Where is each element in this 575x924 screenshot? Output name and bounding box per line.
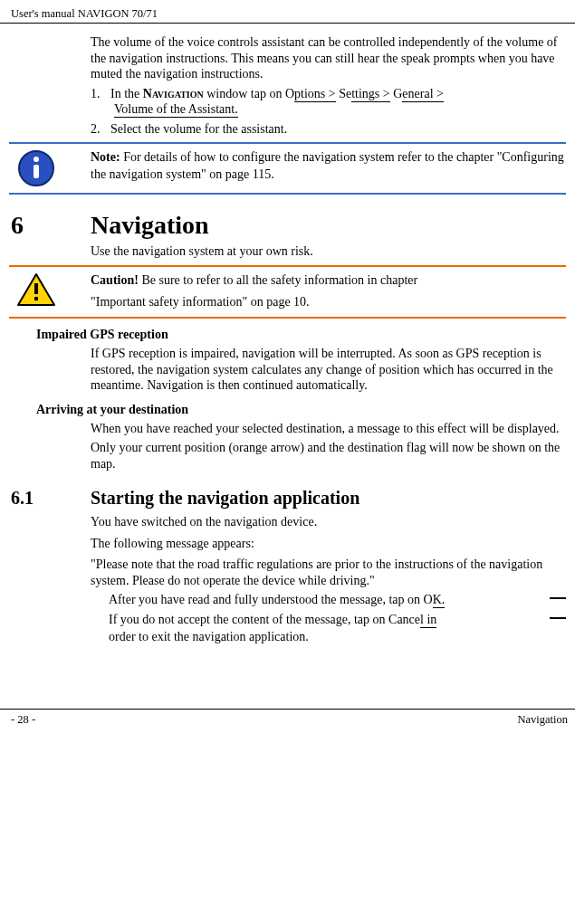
section-p1: You have switched on the navigation devi… <box>91 514 568 530</box>
note-callout: Note: For details of how to configure th… <box>9 149 566 187</box>
section-title: Starting the navigation application <box>91 488 359 508</box>
chapter-heading: 6Navigation <box>11 211 575 240</box>
note-label: Note: <box>91 150 120 164</box>
svg-rect-5 <box>34 297 38 300</box>
page-header: User's manual NAVIGON 70/71 <box>0 7 575 24</box>
arrive-p1: When you have reached your selected dest… <box>91 421 568 437</box>
gps-subhead: Impaired GPS reception <box>36 328 568 342</box>
general-link[interactable]: eneral > <box>402 87 444 102</box>
svg-point-1 <box>34 157 39 162</box>
divider <box>9 193 566 195</box>
section-heading: 6.1Starting the navigation application <box>11 488 575 509</box>
divider <box>9 317 566 319</box>
divider <box>9 142 566 144</box>
caution-icon <box>9 272 63 307</box>
action-ok: After you have read and fully understood… <box>109 592 566 608</box>
manual-title: User's manual NAVIGON 70/71 <box>11 7 158 20</box>
caution-callout: Caution! Be sure to refer to all the saf… <box>9 272 566 312</box>
note-text: For details of how to configure the navi… <box>91 150 564 181</box>
intro-steps: 1.In the Navigation window tap on Option… <box>91 86 568 138</box>
action-list: After you have read and fully understood… <box>109 592 566 645</box>
cancel-button-ref[interactable]: l in <box>420 613 436 628</box>
arrive-subhead: Arriving at your destination <box>36 403 568 417</box>
settings-link[interactable]: ttings > <box>351 87 390 102</box>
chapter-number: 6 <box>11 211 91 240</box>
divider <box>9 265 566 267</box>
intro-paragraph: The volume of the voice controls assista… <box>91 34 568 82</box>
step-2: 2.Select the volume for the assistant. <box>91 121 568 138</box>
section-p3: "Please note that the road traffic regul… <box>91 557 568 588</box>
action-cancel: If you do not accept the content of the … <box>109 612 566 644</box>
list-marker <box>550 597 566 599</box>
footer-section: Navigation <box>517 713 568 727</box>
svg-rect-4 <box>34 283 38 294</box>
step-1: 1.In the Navigation window tap on Option… <box>91 86 568 118</box>
volume-assistant-link[interactable]: Volume of the Assistant. <box>114 102 238 118</box>
ok-button-ref[interactable]: K. <box>433 593 446 608</box>
options-link[interactable]: ptions > <box>294 87 336 102</box>
chapter-intro: Use the navigation system at your own ri… <box>91 243 568 260</box>
note-icon <box>9 149 63 187</box>
section-number: 6.1 <box>11 488 91 509</box>
page-number: - 28 - <box>11 713 35 727</box>
svg-rect-2 <box>34 165 39 178</box>
navigation-window-label: Navigation <box>143 87 204 100</box>
page-footer: - 28 - Navigation <box>0 709 575 734</box>
list-marker <box>550 617 566 619</box>
caution-label: Caution! <box>91 273 139 287</box>
chapter-title: Navigation <box>91 211 209 239</box>
arrive-p2: Only your current position (orange arrow… <box>91 440 568 472</box>
section-p2: The following message appears: <box>91 536 568 552</box>
gps-para: If GPS reception is impaired, navigation… <box>91 346 568 394</box>
